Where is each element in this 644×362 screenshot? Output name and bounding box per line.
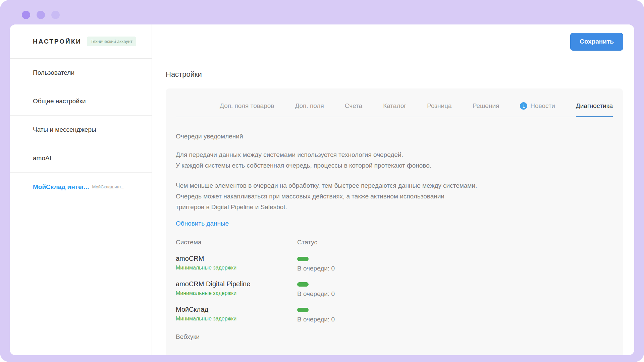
sidebar-item-general-settings[interactable]: Общие настройки: [10, 87, 152, 116]
paragraph-line: Для передачи данных между системами испо…: [176, 149, 613, 160]
tab-label: Каталог: [383, 102, 406, 110]
sidebar-item-label: amoAI: [33, 155, 51, 162]
queues-description-1: Для передачи данных между системами испо…: [176, 149, 613, 171]
main-area: Сохранить Настройки Доп. поля товаров До…: [152, 24, 634, 355]
tab-label: Диагностика: [576, 102, 613, 110]
tab-label: Счета: [345, 102, 362, 110]
status-ok-indicator-icon: [297, 308, 309, 312]
system-name: МойСклад: [176, 306, 297, 313]
queue-count: В очереди: 0: [297, 265, 335, 272]
system-delay-status: Минимальные задержки: [176, 265, 297, 271]
sidebar-item-moysklad-integration[interactable]: МойСклад интег... МойСклад инт...: [10, 173, 152, 201]
tab-retail[interactable]: Розница: [427, 102, 451, 117]
sidebar-item-label: Общие настройки: [33, 98, 86, 105]
tab-label: Розница: [427, 102, 451, 110]
tab-invoices[interactable]: Счета: [345, 102, 362, 117]
refresh-data-link[interactable]: Обновить данные: [176, 220, 229, 227]
technical-account-badge: Технический аккаунт: [87, 37, 136, 46]
queue-status-table: Система Статус amoCRM Минимальные задерж…: [176, 239, 613, 323]
tab-product-custom-fields[interactable]: Доп. поля товаров: [220, 102, 274, 117]
sidebar-title: НАСТРОЙКИ: [33, 38, 82, 45]
app-window: НАСТРОЙКИ Технический аккаунт Пользовате…: [10, 24, 634, 355]
window-control-dot-2[interactable]: [37, 11, 45, 19]
save-button[interactable]: Сохранить: [570, 33, 623, 51]
paragraph-line: Чем меньше элементов в очереди на обрабо…: [176, 180, 613, 191]
queues-section-title: Очереди уведомлений: [176, 133, 613, 140]
table-header-row: Система Статус: [176, 239, 613, 246]
tab-solutions[interactable]: Решения: [473, 102, 499, 117]
settings-card: Доп. поля товаров Доп. поля Счета Катало…: [166, 88, 623, 355]
queue-count: В очереди: 0: [297, 316, 335, 323]
tab-custom-fields[interactable]: Доп. поля: [295, 102, 324, 117]
table-row: МойСклад Минимальные задержки В очереди:…: [176, 306, 613, 323]
system-name: amoCRM Digital Pipeline: [176, 280, 297, 288]
system-delay-status: Минимальные задержки: [176, 290, 297, 296]
status-ok-indicator-icon: [297, 282, 309, 287]
paragraph-line: У каждой системы есть собственная очеред…: [176, 160, 613, 171]
column-header-status: Статус: [297, 239, 317, 246]
news-count-badge: 1: [520, 102, 527, 110]
window-control-dot-1[interactable]: [22, 11, 30, 19]
sidebar-item-sublabel: МойСклад инт...: [92, 184, 124, 189]
paragraph-line: триггеров в Digital Pipeline и Salesbot.: [176, 202, 613, 213]
system-name: amoCRM: [176, 255, 297, 262]
paragraph-line: Очередь может накапливаться при массовых…: [176, 191, 613, 202]
tab-label: Доп. поля товаров: [220, 102, 274, 110]
table-row: amoCRM Digital Pipeline Минимальные заде…: [176, 280, 613, 298]
queue-count: В очереди: 0: [297, 290, 335, 298]
settings-sidebar: НАСТРОЙКИ Технический аккаунт Пользовате…: [10, 24, 152, 355]
desktop-background: НАСТРОЙКИ Технический аккаунт Пользовате…: [0, 0, 644, 362]
table-row: amoCRM Минимальные задержки В очереди: 0: [176, 255, 613, 272]
status-ok-indicator-icon: [297, 257, 309, 261]
tab-catalog[interactable]: Каталог: [383, 102, 406, 117]
window-control-dot-3[interactable]: [51, 11, 60, 19]
queues-description-2: Чем меньше элементов в очереди на обрабо…: [176, 180, 613, 213]
sidebar-item-label: МойСклад интег...: [33, 183, 89, 191]
tab-label: Доп. поля: [295, 102, 324, 110]
sidebar-item-label: Чаты и мессенджеры: [33, 126, 96, 133]
tab-bar: Доп. поля товаров Доп. поля Счета Катало…: [176, 88, 613, 117]
sidebar-item-amoai[interactable]: amoAI: [10, 144, 152, 173]
tab-label: Решения: [473, 102, 499, 110]
tab-label: Новости: [530, 102, 555, 110]
page-title: Настройки: [166, 70, 634, 79]
webhooks-section-title: Вебхуки: [176, 333, 613, 341]
sidebar-item-chats-messengers[interactable]: Чаты и мессенджеры: [10, 116, 152, 144]
column-header-system: Система: [176, 239, 297, 246]
tab-diagnostics[interactable]: Диагностика: [576, 102, 613, 117]
sidebar-item-users[interactable]: Пользователи: [10, 59, 152, 87]
main-header: Сохранить: [152, 24, 634, 59]
system-delay-status: Минимальные задержки: [176, 316, 297, 322]
tab-news[interactable]: 1 Новости: [520, 102, 555, 117]
sidebar-item-label: Пользователи: [33, 69, 74, 76]
sidebar-header: НАСТРОЙКИ Технический аккаунт: [10, 24, 152, 59]
